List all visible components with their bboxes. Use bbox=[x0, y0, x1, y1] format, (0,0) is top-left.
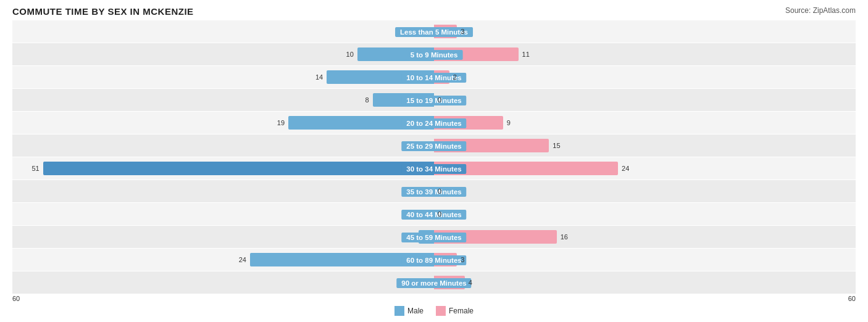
female-value: 0 bbox=[438, 188, 450, 195]
bar-row: 0 90 or more Minutes 4 bbox=[12, 271, 856, 294]
male-value: 0 bbox=[418, 279, 430, 286]
left-bar-container: 24 bbox=[12, 249, 434, 271]
female-bar bbox=[434, 230, 557, 244]
chart-title: COMMUTE TIME BY SEX IN MCKENZIE bbox=[12, 6, 194, 17]
male-value: 10 bbox=[341, 51, 354, 58]
male-bar bbox=[357, 47, 434, 61]
left-bar-container: 0 bbox=[12, 203, 434, 225]
male-value: 0 bbox=[418, 210, 430, 218]
bar-row: 2 45 to 59 Minutes 16 bbox=[12, 226, 856, 248]
axis-right: 60 bbox=[848, 295, 856, 302]
right-bar-container: 3 bbox=[434, 20, 856, 43]
female-value: 3 bbox=[461, 256, 473, 263]
right-bar-container: 0 bbox=[434, 89, 856, 111]
female-color-box bbox=[436, 306, 446, 316]
male-value: 8 bbox=[357, 96, 369, 104]
left-bar-container: 8 bbox=[12, 89, 434, 111]
female-bar bbox=[434, 253, 457, 266]
left-bar-container: 0 bbox=[12, 180, 434, 202]
female-value: 4 bbox=[469, 279, 481, 286]
legend: Male Female bbox=[12, 306, 856, 316]
left-bar-container: 0 bbox=[12, 20, 434, 43]
bar-row: 24 60 to 89 Minutes 3 bbox=[12, 249, 856, 271]
male-bar bbox=[327, 70, 434, 84]
right-bar-container: 4 bbox=[434, 271, 856, 294]
legend-male: Male bbox=[394, 306, 424, 316]
left-bar-container: 0 bbox=[12, 134, 434, 157]
female-value: 11 bbox=[522, 51, 535, 58]
male-color-box bbox=[394, 306, 404, 316]
bar-row: 0 35 to 39 Minutes 0 bbox=[12, 180, 856, 202]
legend-female: Female bbox=[436, 306, 474, 316]
left-bar-container: 14 bbox=[12, 66, 434, 88]
bar-row: 0 40 to 44 Minutes 0 bbox=[12, 203, 856, 225]
legend-male-label: Male bbox=[407, 307, 424, 315]
female-bar bbox=[434, 139, 549, 152]
left-bar-container: 19 bbox=[12, 112, 434, 134]
female-value: 2 bbox=[453, 73, 465, 81]
male-bar bbox=[419, 230, 434, 244]
chart-header: COMMUTE TIME BY SEX IN MCKENZIE Source: … bbox=[12, 6, 856, 17]
right-bar-container: 24 bbox=[434, 157, 856, 180]
axis-left: 60 bbox=[12, 295, 20, 302]
male-value: 24 bbox=[234, 256, 246, 263]
right-bar-container: 16 bbox=[434, 226, 856, 248]
left-bar-container: 51 bbox=[12, 157, 434, 180]
female-bar bbox=[434, 25, 457, 38]
female-value: 16 bbox=[561, 233, 573, 241]
right-bar-container: 11 bbox=[434, 43, 856, 65]
female-value: 0 bbox=[438, 210, 450, 218]
female-value: 0 bbox=[438, 96, 450, 104]
male-value: 51 bbox=[27, 165, 40, 172]
left-bar-container: 10 bbox=[12, 43, 434, 65]
male-bar bbox=[373, 93, 434, 107]
right-bar-container: 9 bbox=[434, 112, 856, 134]
bar-row: 19 20 to 24 Minutes 9 bbox=[12, 112, 856, 134]
female-bar bbox=[434, 162, 618, 175]
male-value: 0 bbox=[418, 142, 430, 149]
bar-row: 0 25 to 29 Minutes 15 bbox=[12, 134, 856, 157]
female-value: 24 bbox=[622, 165, 634, 172]
bar-row: 0 Less than 5 Minutes 3 bbox=[12, 20, 856, 43]
female-bar bbox=[434, 276, 465, 289]
axis-labels: 60 60 bbox=[12, 295, 856, 302]
chart-container: COMMUTE TIME BY SEX IN MCKENZIE Source: … bbox=[0, 0, 868, 322]
male-bar bbox=[43, 162, 434, 175]
male-value: 2 bbox=[403, 233, 415, 241]
female-value: 15 bbox=[553, 142, 565, 149]
male-value: 0 bbox=[418, 188, 430, 195]
right-bar-container: 0 bbox=[434, 180, 856, 202]
male-value: 0 bbox=[418, 28, 430, 35]
female-bar bbox=[434, 70, 449, 84]
female-bar bbox=[434, 47, 519, 61]
right-bar-container: 0 bbox=[434, 203, 856, 225]
right-bar-container: 15 bbox=[434, 134, 856, 157]
left-bar-container: 0 bbox=[12, 271, 434, 294]
bar-row: 51 30 to 34 Minutes 24 bbox=[12, 157, 856, 180]
male-bar bbox=[250, 253, 434, 266]
female-value: 9 bbox=[507, 119, 519, 126]
right-bar-container: 3 bbox=[434, 249, 856, 271]
left-bar-container: 2 bbox=[12, 226, 434, 248]
chart-rows: 0 Less than 5 Minutes 3 10 5 to 9 Minute… bbox=[12, 20, 856, 294]
legend-female-label: Female bbox=[449, 307, 474, 315]
bar-row: 8 15 to 19 Minutes 0 bbox=[12, 89, 856, 111]
bar-row: 14 10 to 14 Minutes 2 bbox=[12, 66, 856, 88]
female-value: 3 bbox=[461, 28, 473, 35]
right-bar-container: 2 bbox=[434, 66, 856, 88]
female-bar bbox=[434, 116, 503, 130]
male-value: 14 bbox=[311, 73, 323, 81]
male-bar bbox=[288, 116, 434, 130]
male-value: 19 bbox=[272, 119, 285, 126]
chart-source: Source: ZipAtlas.com bbox=[785, 6, 856, 15]
bar-row: 10 5 to 9 Minutes 11 bbox=[12, 43, 856, 65]
